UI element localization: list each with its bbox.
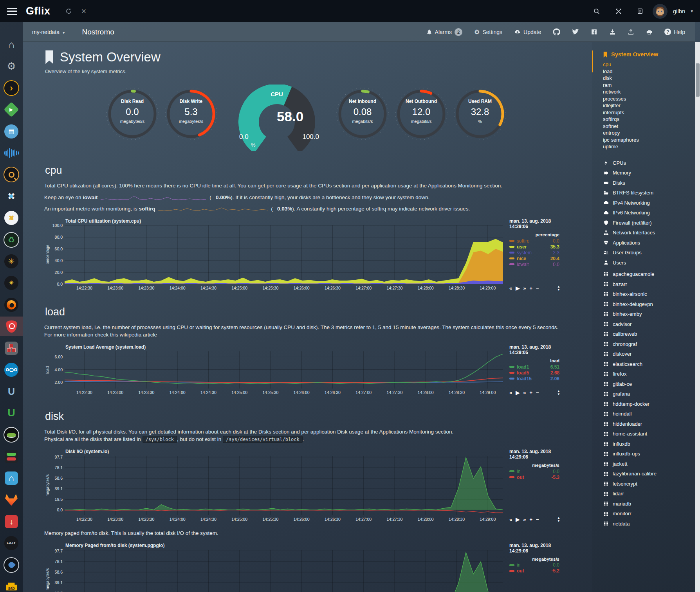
rail-app-nextcloud[interactable] [0,360,23,380]
sidebar-section-applications[interactable]: Applications [603,238,691,248]
rail-app-molecule[interactable]: ✴ [0,273,23,293]
gauge-used-ram[interactable]: Used RAM 32.8 % [451,85,509,149]
sidebar-item-ipc-semaphores[interactable]: ipc semaphores [603,137,691,144]
sidebar-app-binhex-emby[interactable]: binhex-emby [603,309,691,319]
gauge-cpu[interactable]: CPU 58.0 0.0 100.0 % [231,85,323,151]
resize-handle[interactable]: ▲▼ [557,285,560,292]
fullscreen-icon[interactable] [615,8,622,15]
rail-app-pinwheel-blue[interactable]: ✖ [0,187,23,206]
pan-forward-button[interactable]: » [523,390,526,395]
rail-app-jackett[interactable] [0,165,23,184]
legend-row-in[interactable]: in 0.0 [509,562,559,568]
legend-row-user[interactable]: user 35.3 [509,244,559,250]
rail-app-u-green[interactable]: U [0,403,23,423]
legend-row-system[interactable]: system 2.3 [509,250,559,256]
sidebar-app-elasticsearch[interactable]: elasticsearch [603,359,691,369]
sidebar-section-network-interfaces[interactable]: Network Interfaces [603,228,691,238]
sidebar-item-interrupts[interactable]: interrupts [603,109,691,116]
sidebar-app-mariadb[interactable]: mariadb [603,499,691,509]
sidebar-section-memory[interactable]: Memory [603,168,691,178]
sidebar-app-grafana[interactable]: grafana [603,389,691,399]
legend-row-in[interactable]: in 0.0 [509,468,559,474]
rail-app-grafana[interactable] [0,295,23,315]
sidebar-item-load[interactable]: load [603,68,691,75]
sidebar-app-apacheguacamole[interactable]: apacheguacamole [603,269,691,279]
sidebar-app-hddtemp-docker[interactable]: hddtemp-docker [603,399,691,409]
sidebar-item-softirqs[interactable]: softirqs [603,116,691,123]
pan-back-button[interactable]: « [509,517,512,522]
rail-app-pinwheel-yellow[interactable]: ✖ [0,208,23,228]
rail-app-monitorr[interactable] [0,447,23,466]
play-button[interactable]: ▶ [516,517,520,522]
sidebar-section-ipv4-networking[interactable]: IPv4 Networking [603,198,691,208]
sidebar-app-monitorr[interactable]: monitorr [603,509,691,519]
zoom-in-button[interactable]: + [529,517,532,522]
zoom-in-button[interactable]: + [529,286,532,291]
pan-forward-button[interactable]: » [523,286,526,291]
gauge-disk-read[interactable]: Disk Read 0.0 megabytes/s [103,85,162,149]
rail-app-downloader[interactable]: ↓ [0,512,23,531]
sidebar-section-btrfs-filesystem[interactable]: BTRFS filesystem [603,188,691,198]
zoom-out-button[interactable]: − [536,286,539,291]
rail-app-library[interactable]: ▤ [0,122,23,141]
gauge-net-inbound[interactable]: Net Inbound 0.08 megabits/s [333,85,392,149]
rail-app-airsonic[interactable] [0,143,23,163]
sidebar-app-bazarr[interactable]: bazarr [603,279,691,290]
sidebar-app-influxdb-ups[interactable]: influxdb-ups [603,449,691,459]
sidebar-app-letsencrypt[interactable]: letsencrypt [603,479,691,489]
chart-plot-area[interactable] [65,351,503,389]
sidebar-header[interactable]: System Overview [603,51,691,58]
sidebar-section-users[interactable]: Users [603,258,691,268]
username[interactable]: gilbn [673,8,686,14]
chart-plot-area[interactable] [65,550,503,592]
sidebar-app-gitlab-ce[interactable]: gitlab-ce [603,379,691,389]
zoom-out-button[interactable]: − [536,390,539,395]
legend-row-load5[interactable]: load5 2.68 [509,370,559,376]
rail-app-plex[interactable]: › [0,78,23,98]
sidebar-app-chronograf[interactable]: chronograf [603,339,691,349]
server-menu[interactable]: my-netdata ▾ [32,29,65,35]
rail-app-plate[interactable] [0,425,23,444]
help-button[interactable]: ? Help [664,29,685,35]
rail-app-deluge[interactable] [0,555,23,575]
sidebar-app-netdata[interactable]: netdata [603,519,691,529]
legend-row-softirq[interactable]: softirq 0.0 [509,238,559,244]
sidebar-item-idlejitter[interactable]: idlejitter [603,102,691,109]
alarms-button[interactable]: Alarms 2 [426,28,463,36]
chart-plot-area[interactable] [65,456,503,515]
play-button[interactable]: ▶ [516,286,520,291]
settings-button[interactable]: ⚙ Settings [474,28,502,36]
facebook-button[interactable] [591,29,597,35]
sidebar-item-disk[interactable]: disk [603,75,691,82]
sidebar-app-diskover[interactable]: diskover [603,349,691,359]
gauge-disk-write[interactable]: Disk Write 5.3 megabytes/s [162,85,220,149]
sidebar-section-cpus[interactable]: CPUs [603,158,691,168]
news-icon[interactable] [637,8,643,14]
sidebar-section-ipv6-networking[interactable]: IPv6 Networking [603,208,691,218]
sidebar-app-lazylibrarian-calibre[interactable]: lazylibrarian-calibre [603,469,691,479]
menu-icon[interactable] [7,8,17,15]
search-icon[interactable] [593,8,600,15]
legend-row-nice[interactable]: nice 20.4 [509,256,559,261]
print-button[interactable] [646,29,653,35]
github-button[interactable] [553,28,560,36]
resize-handle[interactable]: ▲▼ [557,516,560,523]
rail-app-settings[interactable]: ⚙ [0,56,23,76]
update-button[interactable]: Update [514,29,541,35]
sidebar-app-binhex-airsonic[interactable]: binhex-airsonic [603,289,691,299]
rail-app-cubes[interactable] [0,338,23,358]
upload-button[interactable] [628,29,634,35]
sidebar-item-uptime[interactable]: uptime [603,143,691,150]
sidebar-app-home-assistant[interactable]: home-assistant [603,429,691,439]
rail-app-shield-app[interactable] [0,317,23,336]
pan-back-button[interactable]: « [509,286,512,291]
rail-app-recycle[interactable]: ♻ [0,230,23,250]
sidebar-app-hiddenloader[interactable]: hiddenloader [603,419,691,429]
rail-app-home[interactable]: ⌂ [0,35,23,54]
resize-handle[interactable]: ▲▼ [557,390,560,396]
rail-app-lazylibrarian[interactable]: LAZY [0,533,23,553]
scrollbar-thumb[interactable] [696,63,700,97]
page-scrollbar[interactable] [695,42,700,592]
sidebar-section-user-groups[interactable]: User Groups [603,248,691,258]
sidebar-app-cadvisor[interactable]: cadvisor [603,319,691,329]
